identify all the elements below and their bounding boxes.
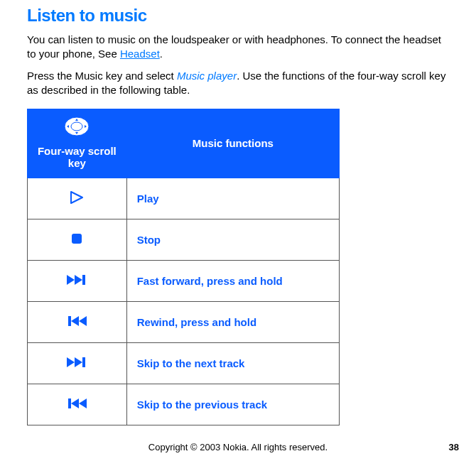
svg-rect-2 [72, 234, 82, 244]
table-row: Rewind, press and hold [28, 302, 340, 343]
dpad-icon [64, 116, 90, 139]
svg-rect-4 [68, 316, 71, 326]
intro-paragraph-2: Press the Music key and select Music pla… [27, 69, 446, 98]
page-heading: Listen to music [27, 6, 462, 26]
para1-text-b: . [160, 48, 163, 60]
skip-prev-icon [28, 384, 127, 425]
table-row: Skip to the previous track [28, 384, 340, 425]
svg-rect-5 [82, 357, 85, 367]
table-row: Skip to the next track [28, 343, 340, 384]
footer-copyright: Copyright © 2003 Nokia. All rights reser… [0, 442, 476, 452]
table-row: Play [28, 178, 340, 219]
table-header-functions: Music functions [126, 109, 339, 178]
fast-forward-icon [28, 261, 127, 302]
functions-table: Four-way scroll key Music functions Play [27, 109, 340, 425]
play-icon [28, 178, 127, 219]
para2-text-a: Press the Music key and select [27, 70, 177, 82]
table-row: Fast forward, press and hold [28, 261, 340, 302]
page-number: 38 [449, 442, 459, 452]
fn-rewind: Rewind, press and hold [126, 302, 339, 343]
headset-link[interactable]: Headset [120, 48, 160, 60]
rewind-icon [28, 302, 127, 343]
stop-icon [28, 219, 127, 261]
fn-fast-forward: Fast forward, press and hold [126, 261, 339, 302]
fn-skip-next: Skip to the next track [126, 343, 339, 384]
fn-play: Play [126, 178, 339, 219]
table-header-scroll-key: Four-way scroll key [28, 109, 127, 178]
table-row: Stop [28, 219, 340, 261]
fn-skip-prev: Skip to the previous track [126, 384, 339, 425]
skip-next-icon [28, 343, 127, 384]
intro-paragraph-1: You can listen to music on the loudspeak… [27, 33, 446, 62]
svg-rect-6 [68, 398, 71, 408]
header-col1-label: Four-way scroll key [32, 145, 122, 169]
para1-text-a: You can listen to music on the loudspeak… [27, 33, 441, 60]
fn-stop: Stop [126, 219, 339, 261]
music-player-term: Music player [177, 70, 237, 82]
svg-rect-3 [82, 275, 85, 285]
